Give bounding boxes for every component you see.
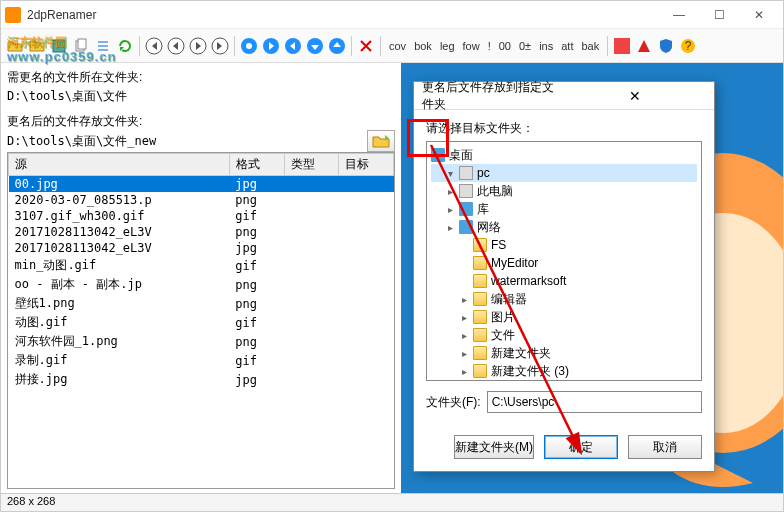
table-row[interactable]: 20171028113042_eL3Vjpg bbox=[9, 240, 394, 256]
titlebar: 2dpRenamer — ☐ ✕ bbox=[1, 1, 783, 29]
blue-action-1-icon[interactable] bbox=[239, 36, 259, 56]
copy-icon[interactable] bbox=[71, 36, 91, 56]
app-icon bbox=[5, 7, 21, 23]
svg-text:?: ? bbox=[685, 39, 692, 53]
app-red-icon[interactable] bbox=[634, 36, 654, 56]
folder-icon[interactable] bbox=[27, 36, 47, 56]
table-row[interactable]: 录制.gifgif bbox=[9, 351, 394, 370]
svg-rect-13 bbox=[614, 38, 630, 54]
blue-up-icon[interactable] bbox=[327, 36, 347, 56]
svg-point-8 bbox=[246, 43, 252, 49]
ok-button[interactable]: 确定 bbox=[544, 435, 618, 459]
help-icon[interactable]: ? bbox=[678, 36, 698, 56]
minimize-button[interactable]: — bbox=[659, 1, 699, 29]
folder-dialog: 更名后文件存放到指定文件夹 ✕ 请选择目标文件夹： 桌面 ▾pc▸此电脑▸库▸网… bbox=[413, 81, 715, 472]
tree-root[interactable]: 桌面 bbox=[431, 146, 697, 164]
folder-icon bbox=[473, 310, 487, 324]
table-row[interactable]: oo - 副本 - 副本.jppng bbox=[9, 275, 394, 294]
svg-rect-2 bbox=[78, 39, 86, 49]
highlight-box bbox=[407, 119, 449, 157]
window-title: 2dpRenamer bbox=[27, 8, 659, 22]
table-row[interactable]: 2020-03-07_085513.ppng bbox=[9, 192, 394, 208]
folder-icon bbox=[459, 166, 473, 180]
tree-node[interactable]: MyEditor bbox=[431, 254, 697, 272]
next-icon[interactable] bbox=[188, 36, 208, 56]
dst-folder-input[interactable] bbox=[7, 134, 355, 148]
dialog-close-button[interactable]: ✕ bbox=[564, 88, 706, 104]
cancel-button[interactable]: 取消 bbox=[628, 435, 702, 459]
status-bar: 268 x 268 bbox=[1, 493, 783, 511]
last-icon[interactable] bbox=[210, 36, 230, 56]
table-row[interactable]: 拼接.jpgjpg bbox=[9, 370, 394, 389]
toolbar-leg[interactable]: leg bbox=[436, 36, 459, 56]
blue-down-icon[interactable] bbox=[305, 36, 325, 56]
browse-button[interactable] bbox=[367, 130, 395, 152]
delete-icon[interactable] bbox=[356, 36, 376, 56]
table-row[interactable]: 3107.gif_wh300.gifgif bbox=[9, 208, 394, 224]
tree-node[interactable]: ▸此电脑 bbox=[431, 182, 697, 200]
folder-field-input[interactable] bbox=[487, 391, 702, 413]
folder-icon bbox=[473, 346, 487, 360]
toolbar-bak[interactable]: bak bbox=[577, 36, 603, 56]
column-header[interactable]: 类型 bbox=[284, 154, 339, 176]
column-header[interactable]: 源 bbox=[9, 154, 230, 176]
src-folder-path: D:\tools\桌面\文件 bbox=[7, 88, 395, 105]
first-icon[interactable] bbox=[144, 36, 164, 56]
shield-icon[interactable] bbox=[656, 36, 676, 56]
folder-open-icon[interactable] bbox=[5, 36, 25, 56]
table-row[interactable]: min_动图.gifgif bbox=[9, 256, 394, 275]
folder-icon bbox=[473, 292, 487, 306]
tree-node[interactable]: ▸库 bbox=[431, 200, 697, 218]
palette-icon[interactable] bbox=[612, 36, 632, 56]
toolbar-ins[interactable]: ins bbox=[535, 36, 557, 56]
dst-folder-label: 更名后的文件存放文件夹: bbox=[7, 113, 395, 130]
folder-icon bbox=[459, 220, 473, 234]
tree-node[interactable]: ▸运营 bbox=[431, 380, 697, 381]
toolbar-0±[interactable]: 0± bbox=[515, 36, 535, 56]
folder-icon bbox=[473, 328, 487, 342]
folder-icon bbox=[473, 256, 487, 270]
list-icon[interactable] bbox=[93, 36, 113, 56]
preview-pane: 更名后文件存放到指定文件夹 ✕ 请选择目标文件夹： 桌面 ▾pc▸此电脑▸库▸网… bbox=[401, 63, 783, 493]
toolbar-00[interactable]: 00 bbox=[495, 36, 515, 56]
toolbar-att[interactable]: att bbox=[557, 36, 577, 56]
toolbar-fow[interactable]: fow bbox=[459, 36, 484, 56]
toolbar-cov[interactable]: cov bbox=[385, 36, 410, 56]
folder-field-label: 文件夹(F): bbox=[426, 394, 481, 411]
tree-node[interactable]: ▸编辑器 bbox=[431, 290, 697, 308]
column-header[interactable]: 目标 bbox=[339, 154, 394, 176]
folder-tree[interactable]: 桌面 ▾pc▸此电脑▸库▸网络FSMyEditorwatermarksoft▸编… bbox=[426, 141, 702, 381]
svg-rect-0 bbox=[53, 40, 65, 52]
tree-node[interactable]: ▸文件 bbox=[431, 326, 697, 344]
maximize-button[interactable]: ☐ bbox=[699, 1, 739, 29]
refresh-icon[interactable] bbox=[115, 36, 135, 56]
toolbar-![interactable]: ! bbox=[484, 36, 495, 56]
new-folder-button[interactable]: 新建文件夹(M) bbox=[454, 435, 534, 459]
tree-node[interactable]: ▸网络 bbox=[431, 218, 697, 236]
tree-node[interactable]: ▾pc bbox=[431, 164, 697, 182]
table-row[interactable]: 河东软件园_1.pngpng bbox=[9, 332, 394, 351]
tree-node[interactable]: ▸图片 bbox=[431, 308, 697, 326]
close-button[interactable]: ✕ bbox=[739, 1, 779, 29]
prev-icon[interactable] bbox=[166, 36, 186, 56]
tree-node[interactable]: ▸新建文件夹 bbox=[431, 344, 697, 362]
left-pane: 需更名的文件所在文件夹: D:\tools\桌面\文件 更名后的文件存放文件夹:… bbox=[1, 63, 401, 493]
folder-icon bbox=[459, 184, 473, 198]
file-grid[interactable]: 源格式类型目标00.jpgjpg2020-03-07_085513.ppng31… bbox=[7, 152, 395, 489]
blue-action-3-icon[interactable] bbox=[283, 36, 303, 56]
toolbar-bok[interactable]: bok bbox=[410, 36, 436, 56]
table-row[interactable]: 00.jpgjpg bbox=[9, 176, 394, 193]
table-row[interactable]: 动图.gifgif bbox=[9, 313, 394, 332]
toolbar: covboklegfow!000±insattbak ? bbox=[1, 29, 783, 63]
column-header[interactable]: 格式 bbox=[229, 154, 284, 176]
dialog-prompt: 请选择目标文件夹： bbox=[426, 120, 702, 137]
table-row[interactable]: 壁纸1.pngpng bbox=[9, 294, 394, 313]
folder-icon bbox=[473, 274, 487, 288]
tree-node[interactable]: FS bbox=[431, 236, 697, 254]
tree-node[interactable]: ▸新建文件夹 (3) bbox=[431, 362, 697, 380]
table-row[interactable]: 20171028113042_eL3Vpng bbox=[9, 224, 394, 240]
folder-icon bbox=[473, 364, 487, 378]
save-icon[interactable] bbox=[49, 36, 69, 56]
tree-node[interactable]: watermarksoft bbox=[431, 272, 697, 290]
blue-action-2-icon[interactable] bbox=[261, 36, 281, 56]
